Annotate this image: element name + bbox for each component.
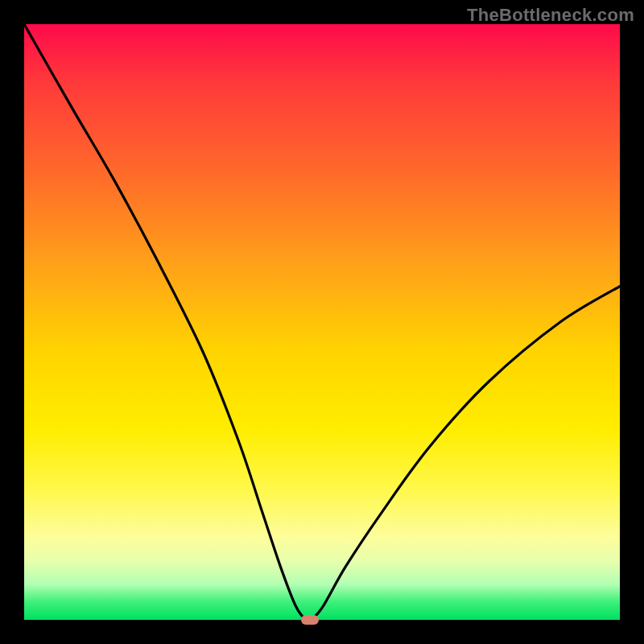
plot-area — [24, 24, 620, 620]
bottleneck-curve — [24, 24, 620, 620]
minimum-marker — [301, 615, 319, 625]
watermark-text: TheBottleneck.com — [467, 5, 634, 26]
chart-container: TheBottleneck.com — [0, 0, 644, 644]
